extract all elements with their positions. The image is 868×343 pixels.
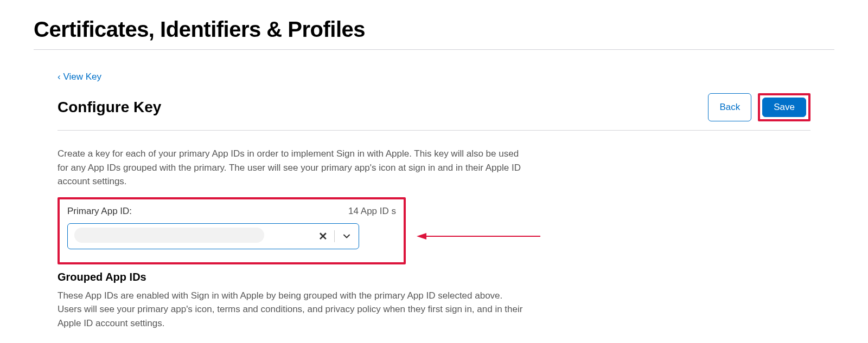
save-button-highlight: Save (758, 93, 810, 121)
primary-app-id-label: Primary App ID: (67, 206, 132, 217)
save-button[interactable]: Save (762, 98, 806, 117)
page-title: Certificates, Identifiers & Profiles (34, 17, 834, 50)
grouped-app-ids-description: These App IDs are enabled with Sign in w… (58, 289, 524, 331)
app-id-count: 14 App ID s (348, 206, 396, 217)
back-button[interactable]: Back (708, 93, 751, 121)
chevron-down-icon[interactable] (335, 232, 359, 241)
breadcrumb: ‹ View Key (58, 72, 810, 82)
clear-icon[interactable]: ✕ (312, 230, 334, 243)
arrow-annotation (417, 233, 540, 240)
section-title: Configure Key (58, 99, 161, 116)
primary-app-id-select[interactable]: ✕ (67, 223, 359, 249)
grouped-app-ids-title: Grouped App IDs (58, 271, 810, 283)
redacted-value (74, 228, 264, 243)
select-value (68, 228, 312, 245)
view-key-link[interactable]: ‹ View Key (58, 72, 101, 82)
primary-app-id-highlight: Primary App ID: 14 App ID s ✕ (58, 197, 406, 264)
button-group: Back Save (708, 93, 810, 121)
description-text: Create a key for each of your primary Ap… (58, 147, 524, 189)
